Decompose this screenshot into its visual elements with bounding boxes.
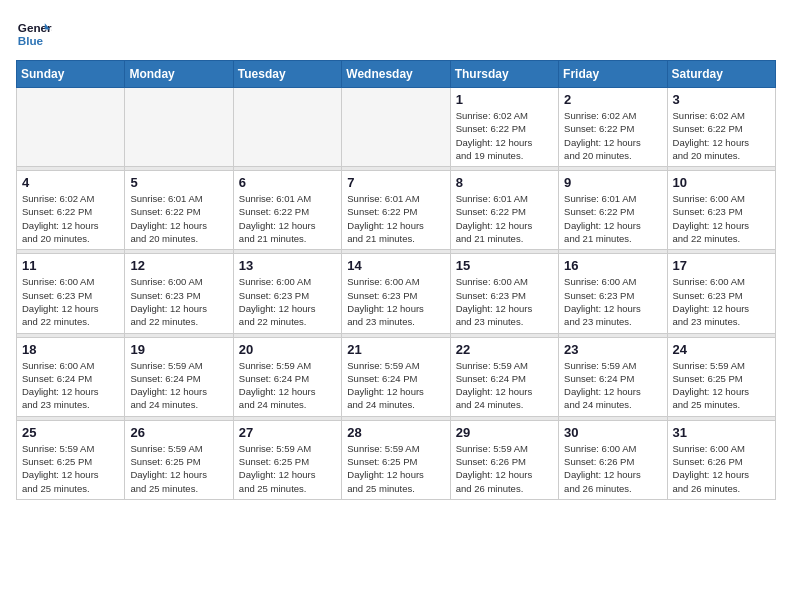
- day-number: 28: [347, 425, 444, 440]
- day-cell: 17Sunrise: 6:00 AM Sunset: 6:23 PM Dayli…: [667, 254, 775, 333]
- logo-icon: General Blue: [16, 16, 52, 52]
- week-row-3: 11Sunrise: 6:00 AM Sunset: 6:23 PM Dayli…: [17, 254, 776, 333]
- day-info: Sunrise: 6:01 AM Sunset: 6:22 PM Dayligh…: [564, 192, 661, 245]
- day-info: Sunrise: 6:01 AM Sunset: 6:22 PM Dayligh…: [456, 192, 553, 245]
- week-row-4: 18Sunrise: 6:00 AM Sunset: 6:24 PM Dayli…: [17, 337, 776, 416]
- day-number: 24: [673, 342, 770, 357]
- day-cell: 11Sunrise: 6:00 AM Sunset: 6:23 PM Dayli…: [17, 254, 125, 333]
- day-number: 29: [456, 425, 553, 440]
- day-number: 26: [130, 425, 227, 440]
- day-cell: 18Sunrise: 6:00 AM Sunset: 6:24 PM Dayli…: [17, 337, 125, 416]
- day-cell: 12Sunrise: 6:00 AM Sunset: 6:23 PM Dayli…: [125, 254, 233, 333]
- weekday-header-saturday: Saturday: [667, 61, 775, 88]
- day-info: Sunrise: 5:59 AM Sunset: 6:25 PM Dayligh…: [347, 442, 444, 495]
- day-cell: 7Sunrise: 6:01 AM Sunset: 6:22 PM Daylig…: [342, 171, 450, 250]
- day-cell: 21Sunrise: 5:59 AM Sunset: 6:24 PM Dayli…: [342, 337, 450, 416]
- day-info: Sunrise: 6:01 AM Sunset: 6:22 PM Dayligh…: [239, 192, 336, 245]
- day-number: 13: [239, 258, 336, 273]
- day-cell: 29Sunrise: 5:59 AM Sunset: 6:26 PM Dayli…: [450, 420, 558, 499]
- day-cell: 27Sunrise: 5:59 AM Sunset: 6:25 PM Dayli…: [233, 420, 341, 499]
- page-header: General Blue: [16, 16, 776, 52]
- day-number: 11: [22, 258, 119, 273]
- day-number: 9: [564, 175, 661, 190]
- day-info: Sunrise: 6:00 AM Sunset: 6:23 PM Dayligh…: [347, 275, 444, 328]
- day-number: 12: [130, 258, 227, 273]
- weekday-header-wednesday: Wednesday: [342, 61, 450, 88]
- weekday-header-monday: Monday: [125, 61, 233, 88]
- day-cell: 28Sunrise: 5:59 AM Sunset: 6:25 PM Dayli…: [342, 420, 450, 499]
- day-info: Sunrise: 5:59 AM Sunset: 6:24 PM Dayligh…: [564, 359, 661, 412]
- day-number: 20: [239, 342, 336, 357]
- day-info: Sunrise: 6:00 AM Sunset: 6:23 PM Dayligh…: [673, 275, 770, 328]
- day-cell: 16Sunrise: 6:00 AM Sunset: 6:23 PM Dayli…: [559, 254, 667, 333]
- day-cell: 4Sunrise: 6:02 AM Sunset: 6:22 PM Daylig…: [17, 171, 125, 250]
- day-cell: [342, 88, 450, 167]
- weekday-header-tuesday: Tuesday: [233, 61, 341, 88]
- day-cell: 3Sunrise: 6:02 AM Sunset: 6:22 PM Daylig…: [667, 88, 775, 167]
- day-cell: 23Sunrise: 5:59 AM Sunset: 6:24 PM Dayli…: [559, 337, 667, 416]
- day-cell: 26Sunrise: 5:59 AM Sunset: 6:25 PM Dayli…: [125, 420, 233, 499]
- day-info: Sunrise: 6:00 AM Sunset: 6:23 PM Dayligh…: [564, 275, 661, 328]
- day-info: Sunrise: 5:59 AM Sunset: 6:24 PM Dayligh…: [130, 359, 227, 412]
- day-cell: 2Sunrise: 6:02 AM Sunset: 6:22 PM Daylig…: [559, 88, 667, 167]
- weekday-header-sunday: Sunday: [17, 61, 125, 88]
- day-cell: 6Sunrise: 6:01 AM Sunset: 6:22 PM Daylig…: [233, 171, 341, 250]
- day-cell: 22Sunrise: 5:59 AM Sunset: 6:24 PM Dayli…: [450, 337, 558, 416]
- day-info: Sunrise: 5:59 AM Sunset: 6:24 PM Dayligh…: [239, 359, 336, 412]
- day-cell: 31Sunrise: 6:00 AM Sunset: 6:26 PM Dayli…: [667, 420, 775, 499]
- day-number: 27: [239, 425, 336, 440]
- day-info: Sunrise: 6:00 AM Sunset: 6:24 PM Dayligh…: [22, 359, 119, 412]
- day-info: Sunrise: 6:02 AM Sunset: 6:22 PM Dayligh…: [564, 109, 661, 162]
- day-cell: 15Sunrise: 6:00 AM Sunset: 6:23 PM Dayli…: [450, 254, 558, 333]
- day-number: 22: [456, 342, 553, 357]
- day-cell: 19Sunrise: 5:59 AM Sunset: 6:24 PM Dayli…: [125, 337, 233, 416]
- weekday-header-row: SundayMondayTuesdayWednesdayThursdayFrid…: [17, 61, 776, 88]
- day-cell: 1Sunrise: 6:02 AM Sunset: 6:22 PM Daylig…: [450, 88, 558, 167]
- day-cell: 24Sunrise: 5:59 AM Sunset: 6:25 PM Dayli…: [667, 337, 775, 416]
- day-cell: 9Sunrise: 6:01 AM Sunset: 6:22 PM Daylig…: [559, 171, 667, 250]
- calendar: SundayMondayTuesdayWednesdayThursdayFrid…: [16, 60, 776, 500]
- weekday-header-thursday: Thursday: [450, 61, 558, 88]
- day-cell: 8Sunrise: 6:01 AM Sunset: 6:22 PM Daylig…: [450, 171, 558, 250]
- day-cell: 13Sunrise: 6:00 AM Sunset: 6:23 PM Dayli…: [233, 254, 341, 333]
- day-number: 17: [673, 258, 770, 273]
- day-cell: 25Sunrise: 5:59 AM Sunset: 6:25 PM Dayli…: [17, 420, 125, 499]
- day-cell: [233, 88, 341, 167]
- day-cell: [125, 88, 233, 167]
- day-cell: 14Sunrise: 6:00 AM Sunset: 6:23 PM Dayli…: [342, 254, 450, 333]
- day-number: 3: [673, 92, 770, 107]
- day-info: Sunrise: 6:01 AM Sunset: 6:22 PM Dayligh…: [347, 192, 444, 245]
- day-number: 21: [347, 342, 444, 357]
- day-info: Sunrise: 5:59 AM Sunset: 6:25 PM Dayligh…: [239, 442, 336, 495]
- day-number: 2: [564, 92, 661, 107]
- day-number: 8: [456, 175, 553, 190]
- day-number: 31: [673, 425, 770, 440]
- day-info: Sunrise: 6:00 AM Sunset: 6:23 PM Dayligh…: [673, 192, 770, 245]
- day-info: Sunrise: 6:02 AM Sunset: 6:22 PM Dayligh…: [673, 109, 770, 162]
- day-info: Sunrise: 6:01 AM Sunset: 6:22 PM Dayligh…: [130, 192, 227, 245]
- day-number: 6: [239, 175, 336, 190]
- day-number: 30: [564, 425, 661, 440]
- day-info: Sunrise: 6:00 AM Sunset: 6:23 PM Dayligh…: [456, 275, 553, 328]
- weekday-header-friday: Friday: [559, 61, 667, 88]
- day-number: 7: [347, 175, 444, 190]
- day-info: Sunrise: 5:59 AM Sunset: 6:25 PM Dayligh…: [130, 442, 227, 495]
- day-info: Sunrise: 6:00 AM Sunset: 6:26 PM Dayligh…: [673, 442, 770, 495]
- week-row-5: 25Sunrise: 5:59 AM Sunset: 6:25 PM Dayli…: [17, 420, 776, 499]
- day-info: Sunrise: 5:59 AM Sunset: 6:25 PM Dayligh…: [22, 442, 119, 495]
- day-info: Sunrise: 5:59 AM Sunset: 6:26 PM Dayligh…: [456, 442, 553, 495]
- day-number: 18: [22, 342, 119, 357]
- day-number: 25: [22, 425, 119, 440]
- day-cell: 5Sunrise: 6:01 AM Sunset: 6:22 PM Daylig…: [125, 171, 233, 250]
- day-info: Sunrise: 6:00 AM Sunset: 6:23 PM Dayligh…: [130, 275, 227, 328]
- day-info: Sunrise: 6:00 AM Sunset: 6:26 PM Dayligh…: [564, 442, 661, 495]
- week-row-2: 4Sunrise: 6:02 AM Sunset: 6:22 PM Daylig…: [17, 171, 776, 250]
- day-number: 15: [456, 258, 553, 273]
- day-info: Sunrise: 6:00 AM Sunset: 6:23 PM Dayligh…: [239, 275, 336, 328]
- day-cell: 10Sunrise: 6:00 AM Sunset: 6:23 PM Dayli…: [667, 171, 775, 250]
- day-number: 16: [564, 258, 661, 273]
- day-number: 19: [130, 342, 227, 357]
- day-info: Sunrise: 5:59 AM Sunset: 6:24 PM Dayligh…: [347, 359, 444, 412]
- day-info: Sunrise: 6:00 AM Sunset: 6:23 PM Dayligh…: [22, 275, 119, 328]
- day-cell: [17, 88, 125, 167]
